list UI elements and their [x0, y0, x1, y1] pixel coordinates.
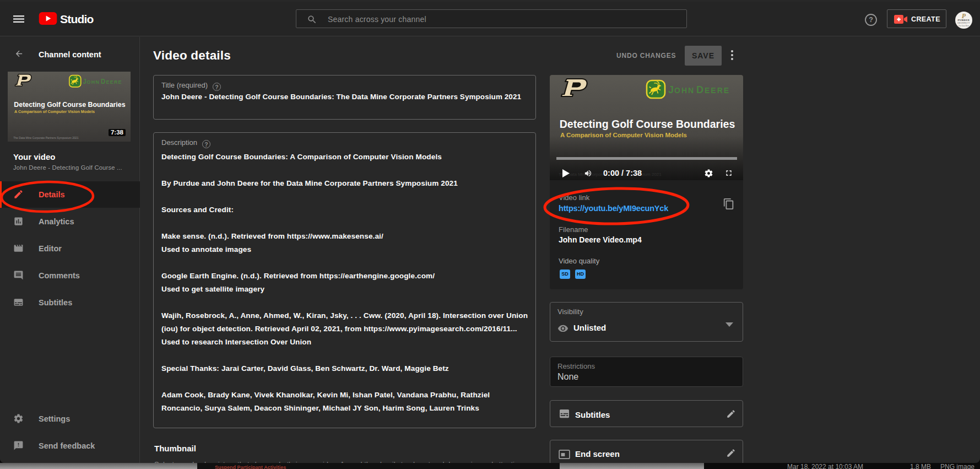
svg-text:?: ?: [869, 16, 873, 24]
